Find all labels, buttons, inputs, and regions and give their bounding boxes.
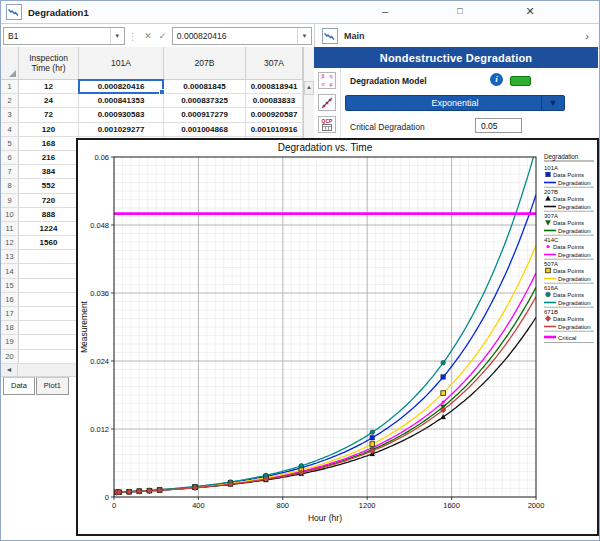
table-cell[interactable]: 216 [19,151,79,165]
table-row: 2240.0008413530.0008373250.00083833 [1,94,314,108]
table-row: 3720.0009305830.0009172790.000920587 [1,108,314,122]
table-cell[interactable]: 0.00081845 [164,80,246,94]
x-axis-label: Hour (hr) [308,513,342,523]
svg-text:1600: 1600 [443,501,460,510]
scroll-left-icon[interactable]: ◄ [1,364,18,376]
column-header-101A[interactable]: 101A [79,47,164,80]
row-number: 6 [1,151,19,165]
svg-text:0.024: 0.024 [90,357,109,366]
svg-text:800: 800 [277,501,290,510]
row-number: 19 [1,335,19,349]
svg-text:2000: 2000 [528,501,545,510]
row-number: 16 [1,293,19,307]
table-cell[interactable]: 0.001010916 [246,123,303,137]
selected-cell-outline [78,79,164,94]
critical-degradation-input[interactable] [475,118,522,133]
scroll-up-icon[interactable]: ▲ [304,81,314,95]
svg-text:0.012: 0.012 [90,425,109,434]
tab-data[interactable]: Data [3,377,35,395]
svg-text:0: 0 [105,493,109,502]
svg-text:Degradation: Degradation [544,153,579,161]
row-number: 2 [1,94,19,108]
row-number: 4 [1,123,19,137]
table-cell[interactable]: 0.000920587 [246,108,303,122]
table-cell[interactable]: 0.000917279 [164,108,246,122]
table-cell[interactable] [19,321,79,335]
header-row: Inspection Time (hr) 101A 207B 307A [1,47,314,80]
table-cell[interactable] [19,350,79,364]
table-cell[interactable]: 0.000837325 [164,94,246,108]
maximize-button[interactable]: □ [450,3,470,20]
svg-text:507A: 507A [544,261,558,267]
column-header-307A[interactable]: 307A [246,47,303,80]
sheet-tabs: Data Plot1 [3,377,70,395]
table-cell[interactable] [19,293,79,307]
confirm-entry-button[interactable]: ✓ [155,31,170,41]
formula-bar: B1 ▼ ⋮ ✕ ✓ 0.000820416 ▼ Main › [1,24,599,49]
table-cell[interactable]: 0.000841353 [79,94,164,108]
table-cell[interactable]: 0.000820416 [79,80,164,94]
table-cell[interactable]: 168 [19,137,79,151]
table-cell[interactable]: 0.000818941 [246,80,303,94]
row-number: 17 [1,307,19,321]
table-cell[interactable]: 24 [19,94,79,108]
info-icon[interactable]: i [490,73,503,86]
minimize-button[interactable]: – [375,3,395,20]
table-cell[interactable] [19,264,79,278]
table-cell[interactable]: 120 [19,123,79,137]
formula-value-box[interactable]: 0.000820416 ▼ [172,27,312,45]
svg-text:1200: 1200 [359,501,376,510]
chevron-down-icon[interactable]: ▼ [110,28,124,44]
table-cell[interactable] [19,335,79,349]
screen: Degradation1 – □ ✕ B1 ▼ ⋮ ✕ ✓ 0.00082041… [0,0,600,541]
chevron-down-icon[interactable]: ▼ [541,96,564,110]
svg-text:Data Points: Data Points [553,220,584,226]
select-all-corner[interactable] [1,47,19,80]
regression-plot-icon[interactable] [318,94,336,111]
table-cell[interactable]: 72 [19,108,79,122]
table-cell[interactable]: 0.000930583 [79,108,164,122]
row-number: 3 [1,108,19,122]
svg-text:307A: 307A [544,213,558,219]
table-cell[interactable]: 384 [19,165,79,179]
row-number: 13 [1,250,19,264]
cell-reference-box[interactable]: B1 ▼ [3,27,125,45]
table-cell[interactable]: 0.001004868 [164,123,246,137]
table-cell[interactable]: 0.001029277 [79,123,164,137]
model-select-dropdown[interactable]: Exponential ▼ [345,95,565,111]
table-cell[interactable]: 720 [19,194,79,208]
chart-legend: Degradation101AData PointsDegradation207… [544,153,594,343]
table-cell[interactable]: 552 [19,179,79,193]
table-cell[interactable] [19,307,79,321]
tab-plot1[interactable]: Plot1 [36,377,69,395]
status-indicator [510,76,531,86]
degradation-page-icon [322,28,338,44]
formula-value: 0.000820416 [173,31,297,41]
main-nav-row[interactable]: Main › [314,24,599,48]
chevron-down-icon[interactable]: ▼ [297,28,311,44]
column-header-207B[interactable]: 207B [164,47,246,80]
table-cell[interactable] [19,250,79,264]
row-number: 12 [1,236,19,250]
nav-label: Main [344,31,365,41]
svg-text:0.06: 0.06 [94,153,109,162]
distribution-parameters-icon[interactable]: βησμ [318,72,336,89]
table-cell[interactable]: 1224 [19,222,79,236]
close-button[interactable]: ✕ [520,3,540,20]
svg-text:Critical: Critical [558,335,576,341]
table-cell[interactable]: 888 [19,208,79,222]
row-number: 9 [1,194,19,208]
table-cell[interactable]: 1560 [19,236,79,250]
titlebar: Degradation1 – □ ✕ [1,1,599,24]
chevron-right-icon[interactable]: › [585,30,589,42]
row-number: 20 [1,350,19,364]
table-cell[interactable]: 12 [19,80,79,94]
table-cell[interactable] [19,279,79,293]
row-number: 15 [1,279,19,293]
table-cell[interactable]: 0.00083833 [246,94,303,108]
svg-text:Degradation: Degradation [558,180,591,186]
qcp-calculator-icon[interactable]: QCP [318,116,336,133]
column-header-time[interactable]: Inspection Time (hr) [19,47,79,80]
row-number: 5 [1,137,19,151]
cancel-entry-button[interactable]: ✕ [141,31,156,41]
